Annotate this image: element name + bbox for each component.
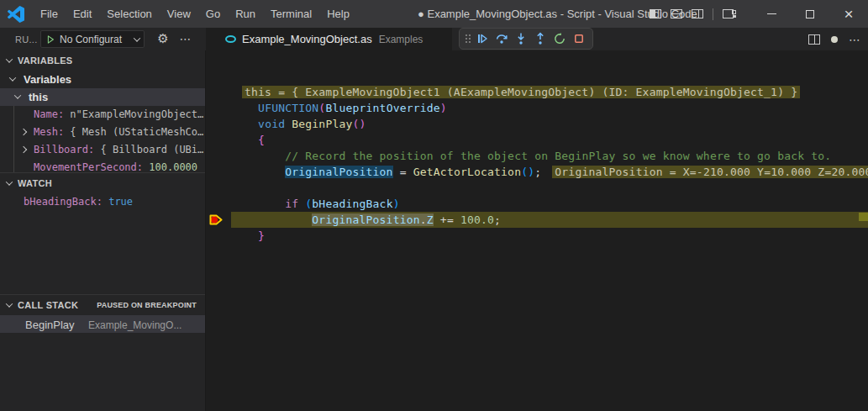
watch-section-header[interactable]: WATCH	[0, 173, 205, 193]
menu-bar: File Edit Selection View Go Run Terminal…	[33, 0, 357, 28]
customize-layout-icon[interactable]	[723, 9, 734, 18]
variables-section-header[interactable]: VARIABLES	[0, 50, 205, 71]
code-token: bHeadingBack	[312, 198, 392, 210]
menu-selection[interactable]: Selection	[99, 0, 159, 28]
code-token: )	[393, 198, 400, 210]
code-token	[231, 166, 285, 178]
toggle-panel-icon[interactable]	[671, 9, 682, 18]
variable-name: MovementPerSecond:	[34, 161, 143, 172]
variable-row[interactable]: this	[0, 88, 205, 106]
step-into-icon[interactable]	[512, 29, 530, 48]
tab-example-movingobject[interactable]: Example_MovingObject.as Examples	[206, 28, 452, 50]
continue-icon[interactable]	[473, 29, 492, 48]
debug-toolbar	[459, 28, 593, 50]
code-token: // Record the position of the object on …	[285, 150, 831, 162]
tab-file-name: Example_MovingObject.as	[242, 33, 372, 45]
run-and-debug-panel-title: RU... No Configurat ⚙ ⋯	[0, 28, 206, 50]
debug-config-dropdown[interactable]: No Configurat	[40, 30, 145, 48]
sub-bar: RU... No Configurat ⚙ ⋯ Example_MovingOb…	[0, 28, 868, 50]
close-button[interactable]: ×	[829, 0, 868, 28]
code-token: Z	[427, 213, 434, 226]
menu-terminal[interactable]: Terminal	[263, 0, 319, 28]
code-token: +=	[434, 213, 460, 226]
frame-location: Example_MovingO...	[88, 319, 181, 331]
code-line: if (bHeadingBack)	[231, 196, 868, 212]
code-token	[231, 229, 258, 242]
code-line	[231, 180, 868, 196]
breakpoint-current-frame-icon[interactable]	[208, 213, 224, 227]
code-token: void	[258, 118, 285, 130]
ellipsis-icon[interactable]: ⋯	[177, 30, 194, 47]
menu-edit[interactable]: Edit	[66, 0, 99, 28]
call-stack-frame[interactable]: BeginPlay Example_MovingO...	[0, 315, 205, 333]
code-line: // Record the position of the object on …	[231, 148, 868, 164]
toggle-sidebar-icon[interactable]	[650, 9, 661, 18]
variable-row[interactable]: Variables	[0, 71, 205, 88]
menu-view[interactable]: View	[160, 0, 198, 28]
paused-on-breakpoint-badge: PAUSED ON BREAKPOINT	[97, 301, 197, 309]
chevron-down-icon	[134, 34, 140, 41]
code-token	[231, 86, 238, 98]
split-editor-icon[interactable]	[808, 34, 820, 45]
toggle-secondary-sidebar-icon[interactable]	[692, 9, 703, 18]
step-over-icon[interactable]	[492, 29, 511, 48]
indent-guide	[13, 141, 14, 159]
variable-row[interactable]: MovementPerSecond: 100.0000	[0, 159, 205, 172]
minimize-button[interactable]	[752, 0, 791, 28]
code-editor[interactable]: this = { ExampleMovingObject1 (AExampleM…	[207, 50, 868, 411]
menu-go[interactable]: Go	[198, 0, 228, 28]
variables-rows: VariablesthisName: n"ExampleMovingObject…	[0, 71, 205, 172]
stop-icon[interactable]	[570, 29, 588, 48]
code-line: }	[231, 228, 868, 244]
title-bar: File Edit Selection View Go Run Terminal…	[0, 0, 868, 28]
call-stack-section-header[interactable]: CALL STACK PAUSED ON BREAKPOINT	[0, 295, 205, 315]
watch-expression-row[interactable]: bHeadingBack: true	[0, 193, 205, 211]
variable-row[interactable]: Mesh: { Mesh (UStaticMeshCo…	[0, 124, 205, 141]
divider	[713, 8, 713, 20]
ellipsis-icon[interactable]: ⋯	[849, 33, 861, 46]
code-token	[231, 102, 258, 114]
code-token: .	[420, 213, 427, 226]
variable-row[interactable]: Name: n"ExampleMovingObject…	[0, 106, 205, 124]
variable-value: n"ExampleMovingObject…	[64, 108, 203, 120]
variable-name: Mesh:	[34, 126, 64, 138]
variables-section: VARIABLES VariablesthisName: n"ExampleMo…	[0, 50, 205, 172]
inline-debug-value: this = { ExampleMovingObject1 (AExampleM…	[242, 86, 800, 98]
chevron-down-icon	[6, 178, 13, 185]
variable-row[interactable]: Billboard: { Billboard (UBi…	[0, 141, 205, 159]
gripper-icon[interactable]	[464, 32, 472, 45]
menu-run[interactable]: Run	[228, 0, 263, 28]
menu-file[interactable]: File	[33, 0, 66, 28]
gear-icon[interactable]: ⚙	[155, 30, 171, 47]
code-area: this = { ExampleMovingObject1 (AExampleM…	[231, 84, 868, 244]
code-token	[231, 198, 285, 210]
variable-name: Name:	[34, 108, 64, 120]
maximize-button[interactable]	[791, 0, 829, 28]
code-token: OriginalPosition	[285, 166, 392, 178]
menu-help[interactable]: Help	[319, 0, 357, 28]
variable-value: { Mesh (UStaticMeshCo…	[64, 126, 203, 138]
code-token: ;	[494, 213, 501, 226]
debug-config-label: No Configurat	[60, 34, 134, 45]
code-token: =	[393, 166, 413, 178]
indent-guide	[13, 159, 14, 172]
angelscript-file-icon	[225, 35, 236, 43]
scope-label: Variables	[24, 73, 71, 86]
code-line: OriginalPosition = GetActorLocation(); O…	[231, 164, 868, 180]
watch-name: bHeadingBack:	[24, 196, 103, 208]
code-token	[231, 213, 312, 226]
code-token: 100.0	[460, 213, 494, 226]
restart-icon[interactable]	[550, 29, 569, 48]
code-token: GetActorLocation	[413, 166, 521, 178]
chevron-down-icon	[9, 74, 16, 81]
chevron-right-icon	[20, 146, 27, 153]
code-token	[231, 134, 258, 146]
code-line: {	[231, 132, 868, 148]
tab-folder-name: Examples	[379, 34, 423, 45]
step-out-icon[interactable]	[531, 29, 550, 48]
panel-title-abbrev: RU...	[15, 34, 38, 45]
code-token: {	[258, 134, 265, 146]
scope-label: this	[29, 91, 48, 103]
dirty-dot-icon[interactable]	[831, 36, 838, 43]
watch-section: WATCH bHeadingBack: true	[0, 172, 205, 294]
